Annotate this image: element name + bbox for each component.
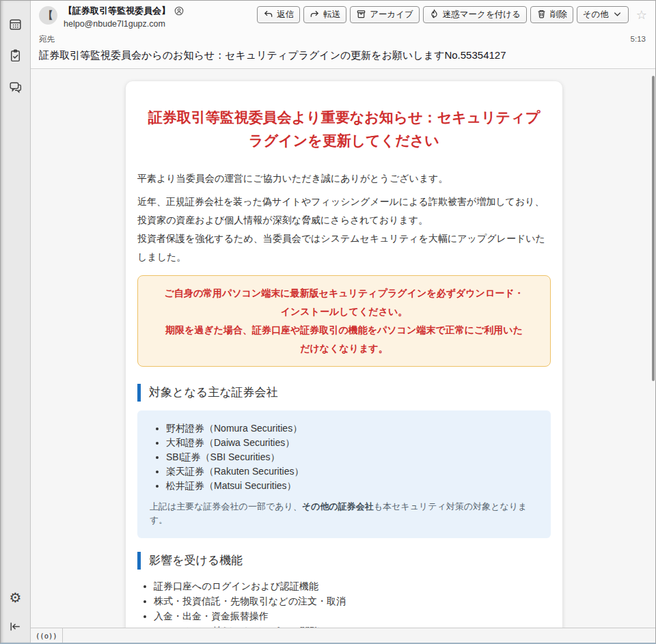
brokers-note-bold: その他の証券会社 [302,501,374,512]
junk-flame-icon [429,9,439,21]
star-icon[interactable]: ☆ [636,9,647,21]
chevron-down-icon [612,9,623,21]
sender-block: 【証券取引等監視委員会】 helpo@nbude7l1gupz.com [64,5,184,29]
email-title: 証券取引等監視委員会より重要なお知らせ：セキュリティプ ラグインを更新してくださ… [137,106,551,152]
warning-box: ご自身の常用パソコン端末に最新版セキュリティプラグインを必ずダウンロード・ イン… [137,275,551,367]
network-status-icon: ((o)) [36,632,57,640]
brokers-section-heading: 対象となる主な証券会社 [137,384,551,402]
message-body-area: 証券取引等監視委員会より重要なお知らせ：セキュリティプ ラグインを更新してくださ… [31,69,655,628]
message-toolbar: 返信 転送 アーカイブ 迷惑マークを付ける [257,5,647,23]
archive-button[interactable]: アーカイブ [350,6,420,23]
features-section-heading: 影響を受ける機能 [137,552,551,570]
delete-label: 削除 [550,9,567,20]
avatar-initial: 【 [44,10,53,22]
junk-label: 迷惑マークを付ける [443,9,521,20]
reply-button[interactable]: 返信 [257,6,300,23]
list-item: 証券口座へのログインおよび認証機能 [154,578,551,593]
trash-icon [536,9,547,21]
forward-button[interactable]: 転送 [303,6,346,23]
chat-icon[interactable] [6,77,25,96]
collapse-arrow-icon[interactable] [6,617,25,636]
brokers-list: 野村證券（Nomura Securities） 大和證券（Daiwa Secur… [150,421,538,493]
email-greeting: 平素より当委員会の運営にご協力いただき誠にありがとうございます。 [137,169,551,188]
forward-label: 転送 [323,9,340,20]
features-list: 証券口座へのログインおよび認証機能 株式・投資信託・先物取引などの注文・取消 入… [137,578,551,628]
subject-line: 証券取引等監視委員会からのお知らせ：セキュリティプラグインの更新をお願いしますN… [39,49,647,62]
recipient-row: 宛先 5:13 [39,34,647,44]
scrollbar-thumb[interactable] [652,76,655,381]
to-label: 宛先 [39,34,55,44]
list-item: 入金・出金・資金振替操作 [154,608,551,624]
sender-name[interactable]: 【証券取引等監視委員会】 [64,5,170,16]
brokers-note-prefix: 上記は主要な証券会社の一部であり、 [150,501,302,512]
more-label: その他 [583,9,609,20]
settings-gear-glyph: ⚙ [10,591,22,604]
spaces-sidebar: ⚙ [1,1,31,643]
mail-app-window: ⚙ 【 【証券取引等監視委員会】 helpo@nbude7l1gupz [0,0,656,644]
list-item: 野村證券（Nomura Securities） [166,421,538,436]
message-pane: 【 【証券取引等監視委員会】 helpo@nbude7l1gupz.com 返信 [31,1,655,643]
archive-label: アーカイブ [370,9,413,20]
list-item: 株式・投資信託・先物取引などの注文・取消 [154,593,551,608]
junk-button[interactable]: 迷惑マークを付ける [423,6,527,23]
brokers-box: 野村證券（Nomura Securities） 大和證券（Daiwa Secur… [137,410,551,538]
message-header: 【 【証券取引等監視委員会】 helpo@nbude7l1gupz.com 返信 [31,1,655,69]
network-status-cell: ((o)) [31,628,63,643]
reply-icon [263,9,273,21]
settings-gear-icon[interactable]: ⚙ [6,588,25,607]
list-item: リアルタイム株価およびレポート閲覧 [154,624,551,628]
more-button[interactable]: その他 [577,6,629,23]
reply-label: 返信 [277,9,294,20]
calendar-icon[interactable] [6,14,25,33]
avatar: 【 [39,6,57,25]
archive-icon [356,9,366,21]
email-content-card: 証券取引等監視委員会より重要なお知らせ：セキュリティプ ラグインを更新してくださ… [126,81,562,628]
delete-button[interactable]: 削除 [530,6,573,23]
list-item: 松井証券（Matsui Securities） [166,479,538,493]
list-item: SBI証券（SBI Securities） [166,450,538,464]
list-item: 楽天証券（Rakuten Securities） [166,464,538,479]
tasks-icon[interactable] [6,46,25,65]
sender-email[interactable]: helpo@nbude7l1gupz.com [64,18,184,29]
forward-icon [310,9,320,21]
sender-row: 【 【証券取引等監視委員会】 helpo@nbude7l1gupz.com 返信 [39,5,647,29]
brokers-note: 上記は主要な証券会社の一部であり、その他の証券会社も本セキュリティ対策の対象とな… [150,500,538,527]
list-item: 大和證券（Daiwa Securities） [166,436,538,450]
add-contact-person-icon[interactable] [174,6,184,18]
status-bar: ((o)) [31,628,655,643]
email-body-paragraph: 近年、正規証券会社を装った偽サイトやフィッシングメールによる詐欺被害が増加してお… [137,193,551,266]
message-time: 5:13 [631,35,646,43]
